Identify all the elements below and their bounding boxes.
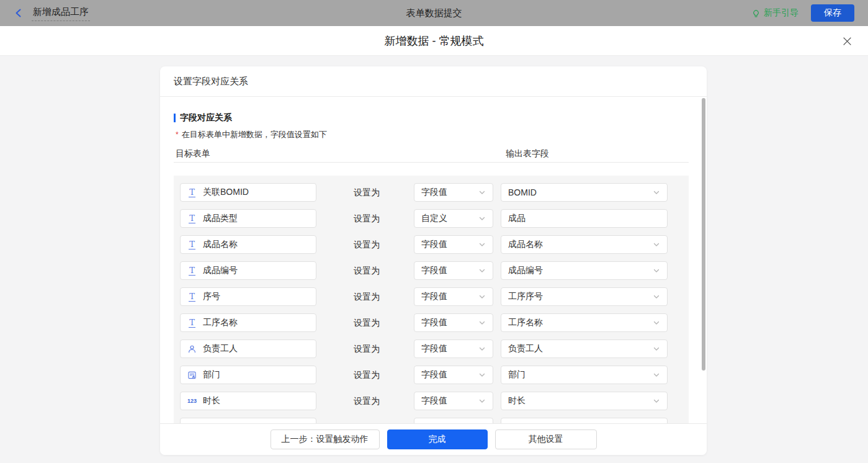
- value-select[interactable]: 工序序号: [501, 287, 668, 306]
- set-as-label: 设置为: [354, 366, 380, 384]
- department-icon: [187, 371, 197, 380]
- mode-select-value: 字段值: [421, 291, 447, 302]
- field-type-icon: T 123: [187, 214, 197, 223]
- field-mapping-row: T 123 成品名称 设置为 字段值 成品名称: [180, 235, 689, 254]
- column-headers: 目标表单 输出表字段: [174, 147, 689, 163]
- field-mapping-row: T 123 序号 设置为 字段值 工序序号: [180, 287, 689, 306]
- value-select[interactable]: 工序名称: [501, 313, 668, 332]
- section-accent-bar: [174, 114, 176, 122]
- modal-header: 新增数据 - 常规模式: [0, 26, 868, 56]
- back-button[interactable]: [14, 8, 24, 18]
- field-mapping-row: T 123 关联BOMID 设置为 字段值 BOMID: [180, 183, 689, 202]
- lightbulb-icon: [751, 9, 761, 18]
- chevron-down-icon: [653, 241, 660, 248]
- mode-select[interactable]: 字段值: [414, 366, 493, 384]
- prev-step-button[interactable]: 上一步：设置触发动作: [271, 429, 380, 449]
- mode-select[interactable]: [414, 418, 493, 423]
- value-select-value: 成品编号: [508, 265, 543, 276]
- save-button[interactable]: 保存: [811, 4, 854, 22]
- chevron-down-icon: [653, 189, 660, 196]
- mode-select-value: 自定义: [421, 213, 447, 224]
- mode-select[interactable]: 自定义: [414, 209, 493, 228]
- page-title: 表单数据提交: [0, 7, 868, 19]
- required-note: *在目标表单中新增数据，字段值设置如下: [176, 129, 327, 140]
- scrollbar-thumb[interactable]: [702, 98, 705, 371]
- chevron-down-icon: [653, 267, 660, 274]
- value-select[interactable]: 成品: [501, 209, 668, 228]
- value-select[interactable]: 成品名称: [501, 235, 668, 254]
- text-field-icon: T: [189, 214, 195, 223]
- target-field-box: T 123 时长: [180, 392, 316, 410]
- text-field-icon: T: [189, 240, 195, 249]
- field-type-icon: T 123: [187, 371, 197, 380]
- close-icon: [842, 36, 852, 47]
- mode-select-value: 字段值: [421, 187, 447, 198]
- value-select-value: 部门: [508, 369, 526, 380]
- mode-select[interactable]: 字段值: [414, 339, 493, 358]
- target-field-label: 成品类型: [203, 213, 238, 224]
- value-select[interactable]: [501, 418, 668, 423]
- field-type-icon: T 123: [187, 292, 197, 302]
- target-field-box: T 123: [180, 418, 316, 423]
- set-as-label: 设置为: [354, 183, 380, 202]
- target-field-box: T 123 关联BOMID: [180, 183, 316, 202]
- value-select-value: 负责工人: [508, 343, 543, 354]
- mode-select[interactable]: 字段值: [414, 313, 493, 332]
- close-button[interactable]: [841, 35, 853, 47]
- field-mapping-row: T 123 设置为: [180, 418, 689, 423]
- field-type-icon: T 123: [187, 240, 197, 249]
- target-field-label: 工序名称: [203, 317, 238, 328]
- card-footer: 上一步：设置触发动作 完成 其他设置: [160, 423, 707, 455]
- target-field-box: T 123 部门: [180, 366, 316, 384]
- chevron-down-icon: [653, 371, 660, 379]
- column-header-output-fields: 输出表字段: [506, 148, 549, 160]
- field-mapping-row: T 123 工序名称 设置为 字段值 工序名称: [180, 313, 689, 332]
- mode-select[interactable]: 字段值: [414, 261, 493, 280]
- chevron-down-icon: [478, 215, 486, 222]
- section-title: 字段对应关系: [174, 112, 232, 124]
- target-field-label: 序号: [203, 291, 220, 302]
- mode-select[interactable]: 字段值: [414, 235, 493, 254]
- field-mapping-row: T 123 时长 设置为 字段值 时长: [180, 392, 689, 410]
- value-select[interactable]: 部门: [501, 366, 668, 384]
- set-as-label: 设置为: [354, 235, 380, 254]
- chevron-down-icon: [478, 241, 486, 248]
- beginner-guide-link[interactable]: 新手引导: [751, 7, 799, 19]
- field-type-icon: T 123: [187, 344, 197, 354]
- text-field-icon: T: [189, 266, 195, 276]
- number-field-icon: 123: [187, 398, 197, 404]
- value-select[interactable]: 时长: [501, 392, 668, 410]
- set-as-label: 设置为: [354, 313, 380, 332]
- chevron-down-icon: [478, 345, 486, 353]
- workflow-name[interactable]: 新增成品工序: [32, 5, 90, 21]
- mode-select[interactable]: 字段值: [414, 183, 493, 202]
- mode-select-value: 字段值: [421, 317, 447, 328]
- chevron-down-icon: [478, 371, 486, 379]
- value-select-value: 时长: [508, 395, 526, 407]
- mode-select-value: 字段值: [421, 265, 447, 276]
- required-note-text: 在目标表单中新增数据，字段值设置如下: [182, 130, 327, 139]
- done-button[interactable]: 完成: [387, 429, 488, 449]
- field-type-icon: T 123: [187, 266, 197, 276]
- rows-panel: T 123 关联BOMID 设置为 字段值 BOMID T 123 成品类型: [174, 176, 689, 423]
- other-settings-button[interactable]: 其他设置: [495, 429, 597, 449]
- text-field-icon: T: [189, 292, 195, 302]
- value-select[interactable]: 成品编号: [501, 261, 668, 280]
- modal-body: 设置字段对应关系 字段对应关系 *在目标表单中新增数据，字段值设置如下 目标表单…: [0, 56, 868, 463]
- set-as-label: 设置为: [354, 261, 380, 280]
- chevron-down-icon: [478, 319, 486, 326]
- mode-select[interactable]: 字段值: [414, 392, 493, 410]
- column-header-target-form: 目标表单: [176, 148, 210, 160]
- value-select-value: 工序序号: [508, 291, 543, 302]
- field-mapping-row: T 123 成品类型 设置为 自定义 成品: [180, 209, 689, 228]
- value-select[interactable]: 负责工人: [501, 339, 668, 358]
- mode-select-value: 字段值: [421, 395, 447, 407]
- field-mapping-row: T 123 部门 设置为 字段值 部门: [180, 366, 689, 384]
- chevron-down-icon: [653, 293, 660, 300]
- section-title-label: 字段对应关系: [180, 112, 232, 124]
- field-type-icon: T 123: [187, 398, 197, 404]
- field-mapping-card: 设置字段对应关系 字段对应关系 *在目标表单中新增数据，字段值设置如下 目标表单…: [160, 66, 707, 455]
- mode-select[interactable]: 字段值: [414, 287, 493, 306]
- chevron-down-icon: [478, 397, 486, 405]
- value-select[interactable]: BOMID: [501, 183, 668, 202]
